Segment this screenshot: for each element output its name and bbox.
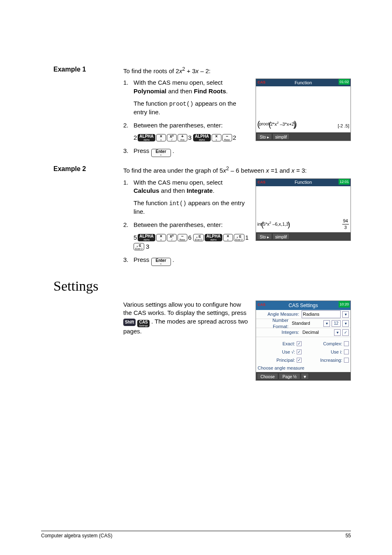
alpha-key-4: ALPHAalpha: [205, 234, 222, 241]
number-format-label: Number Format:: [258, 317, 291, 330]
footer-page-number: 55: [346, 533, 351, 539]
ex2-result: 94 3: [342, 218, 349, 231]
settings-body: Various settings allow you to configure …: [123, 301, 248, 335]
page-button[interactable]: Page ½: [279, 373, 300, 379]
plus-key: +Ans: [178, 134, 187, 141]
example2-label: Example 2: [53, 165, 123, 173]
ex1-keyseq: 2 ALPHAalpha ×x x²√ +Ans 3 ALPHAalpha ×x…: [134, 134, 249, 142]
integers-check[interactable]: ✓: [342, 329, 349, 336]
sto-button[interactable]: Sto ▸: [257, 133, 272, 140]
simplif-button-2[interactable]: simplif: [272, 233, 290, 240]
increasing-check[interactable]: [344, 358, 349, 363]
ex2-calc-screenshot: CAS Function 12:01 int(5*x2 –6,x,1,3) 94…: [256, 178, 351, 241]
minus-key: –Base: [222, 134, 232, 141]
settings-heading: Settings: [53, 278, 351, 294]
dropdown-icon-3[interactable]: ▾: [342, 320, 349, 327]
dropdown-icon[interactable]: ▾: [342, 311, 349, 318]
help-msg: Choose angle measure: [256, 364, 350, 372]
ex2-step3: Press Enter≈ .: [134, 256, 249, 266]
ex1-func: The function proot() appears on the entr…: [134, 99, 249, 116]
down-button[interactable]: ▼: [301, 373, 309, 379]
exact-label: Exact:: [258, 341, 297, 347]
angle-measure-label: Angle Measure:: [258, 311, 302, 317]
ex2-func: The function int() appears on the entry …: [134, 199, 249, 216]
ex2-expr: 5*x2 –6,x,1,3: [263, 222, 289, 227]
minus-key-2: –Base: [178, 234, 187, 241]
choose-button[interactable]: Choose: [257, 373, 278, 379]
xsq-key-2: x²√: [167, 234, 177, 241]
ex2-step2: Between the parentheses, enter:: [134, 221, 249, 229]
complex-label: Complex:: [305, 341, 344, 347]
use-sqrt-check[interactable]: ✓: [297, 349, 302, 354]
ex1-step3: Press Enter≈ .: [134, 147, 249, 157]
cas-settings-screenshot: CAS CAS Settings 10:20 Angle Measure: Ra…: [256, 301, 351, 381]
comma-key-2: , ≤Eval O: [234, 234, 244, 241]
ex1-expr: 2*x2 –3*x+2: [270, 122, 294, 127]
angle-measure-value[interactable]: Radians: [302, 310, 341, 318]
cas-key: CASSettings: [137, 320, 150, 327]
ex1-lead: To find the roots of 2x2 + 3x – 2:: [123, 67, 211, 74]
principal-check[interactable]: ✓: [297, 358, 302, 363]
ex2-lead: To find the area under the graph of 5x2 …: [123, 167, 307, 174]
page-footer: Computer algebra system (CAS) 55: [41, 531, 351, 539]
shift-key: Shift: [123, 319, 136, 326]
x-key-3: ×x: [156, 234, 166, 241]
complex-check[interactable]: [344, 341, 349, 346]
x-key-2: ×x: [212, 134, 221, 141]
use-sqrt-label: Use √:: [258, 349, 297, 355]
comma-key: , ≤Eval O: [193, 234, 204, 241]
footer-left: Computer algebra system (CAS): [41, 533, 112, 539]
comma-key-3: , ≤Eval O: [134, 243, 144, 250]
enter-key: Enter≈: [151, 149, 171, 157]
use-i-check[interactable]: [344, 349, 349, 354]
x-key: ×x: [156, 134, 166, 141]
increasing-label: Increasing:: [305, 357, 344, 363]
ex1-step2: Between the parentheses, enter:: [134, 121, 249, 130]
ex1-calc-screenshot: CAS Function 01:02 (proot(2*x2 –3*x+2)) …: [256, 79, 351, 141]
alpha-key-2: ALPHAalpha: [193, 134, 210, 141]
sto-button-2[interactable]: Sto ▸: [257, 233, 272, 240]
digits-value[interactable]: 12: [332, 320, 341, 327]
ex1-result: [-2 .5]: [338, 123, 349, 129]
exact-check[interactable]: ✓: [297, 341, 302, 346]
integers-label: Integers:: [258, 329, 302, 335]
integers-value[interactable]: Decimal: [302, 329, 332, 336]
alpha-key: ALPHAalpha: [138, 134, 155, 141]
dropdown-icon-4[interactable]: ▾: [334, 329, 341, 336]
simplif-button[interactable]: simplif: [272, 133, 290, 140]
x-key-4: ×x: [223, 234, 233, 241]
number-format-value[interactable]: Standard: [291, 320, 322, 327]
use-i-label: Use i:: [305, 349, 344, 355]
ex2-keyseq: 5 ALPHAalpha ×x x²√ –Base 6 , ≤Eval O AL…: [134, 234, 249, 251]
ex2-step1: With the CAS menu open, select Calculus …: [134, 178, 249, 195]
alpha-key-3: ALPHAalpha: [138, 234, 155, 241]
enter-key-2: Enter≈: [151, 258, 171, 266]
dropdown-icon-2[interactable]: ▾: [323, 320, 330, 327]
ex1-step1: With the CAS menu open, select Polynomia…: [134, 79, 249, 95]
example1-label: Example 1: [53, 66, 123, 73]
xsq-key: x²√: [167, 134, 177, 141]
principal-label: Principal:: [258, 357, 297, 363]
